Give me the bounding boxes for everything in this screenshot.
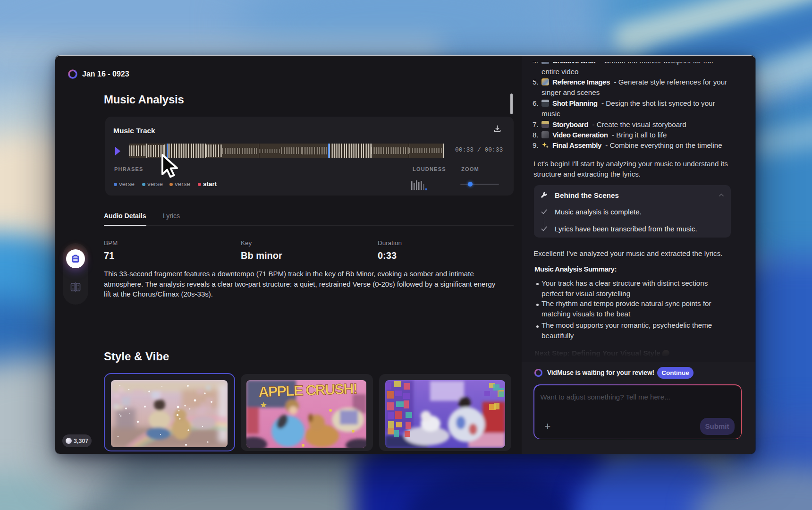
svg-text:APPLE CRUSH!: APPLE CRUSH! <box>258 380 357 400</box>
